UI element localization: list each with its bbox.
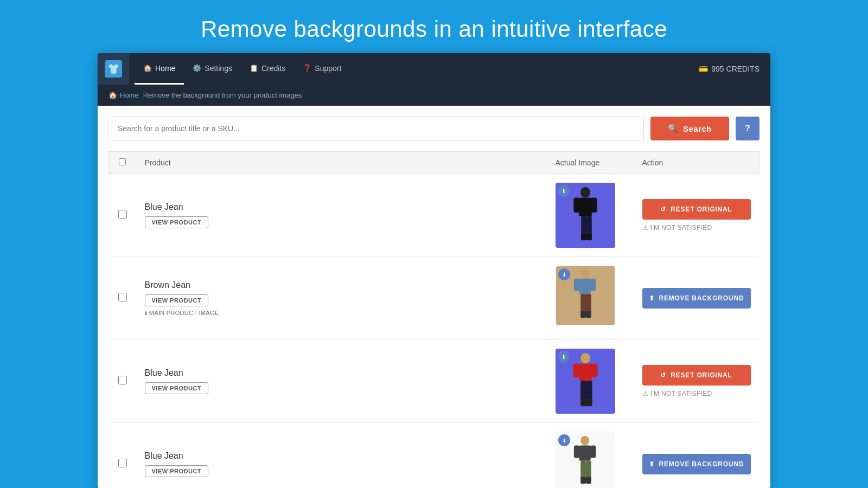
- breadcrumb-home-link[interactable]: 🏠 Home: [108, 91, 139, 99]
- breadcrumb-description: Remove the background from your product …: [143, 91, 302, 99]
- row-3-not-satisfied-button[interactable]: ⚠ I'M NOT SATISFIED: [642, 390, 712, 397]
- svg-rect-9: [579, 279, 591, 294]
- row-1-reset-button[interactable]: ↺ RESET ORIGINAL: [642, 199, 751, 220]
- row-4-image-wrapper: ⬇: [556, 432, 615, 488]
- row-1-view-product-button[interactable]: VIEW PRODUCT: [145, 216, 209, 228]
- row-3-action-cell: ↺ RESET ORIGINAL ⚠ I'M NOT SATISFIED: [634, 340, 760, 423]
- row-1-product-name: Blue Jean: [145, 202, 538, 212]
- credits-coin-icon: 💳: [699, 65, 708, 73]
- row-2-remove-bg-label: REMOVE BACKGROUND: [659, 294, 744, 302]
- row-2-remove-bg-button[interactable]: ⬆ REMOVE BACKGROUND: [642, 288, 751, 309]
- svg-point-16: [580, 353, 590, 364]
- credits-icon: 📋: [250, 64, 258, 72]
- svg-rect-17: [579, 364, 592, 381]
- svg-rect-22: [580, 399, 586, 406]
- row-1-warning-icon: ⚠: [642, 224, 648, 232]
- svg-rect-14: [581, 311, 586, 318]
- navbar-menu: 🏠 Home ⚙️ Settings 📋 Credits ❓ Support: [129, 53, 699, 85]
- svg-rect-19: [591, 364, 597, 378]
- row-2-image-normal: ⬇: [556, 266, 615, 325]
- search-input[interactable]: [108, 117, 644, 140]
- svg-rect-31: [586, 477, 591, 484]
- row-3-view-product-button[interactable]: VIEW PRODUCT: [145, 382, 209, 394]
- row-1-action-cell: ↺ RESET ORIGINAL ⚠ I'M NOT SATISFIED: [634, 174, 760, 257]
- row-2-checkbox[interactable]: [118, 293, 127, 301]
- table-header: Product Actual Image Action: [109, 152, 760, 174]
- product-table: Product Actual Image Action Blue Jean VI…: [108, 151, 760, 488]
- support-icon: ❓: [303, 64, 311, 72]
- svg-rect-30: [581, 477, 586, 484]
- row-3-image-bg-removed: ⬇: [556, 349, 615, 414]
- svg-rect-6: [581, 234, 586, 240]
- row-2-view-product-button[interactable]: VIEW PRODUCT: [145, 294, 209, 306]
- row-3-reset-button[interactable]: ↺ RESET ORIGINAL: [642, 365, 751, 386]
- row-3-checkbox[interactable]: [118, 376, 127, 384]
- row-2-action-cell: ⬆ REMOVE BACKGROUND: [634, 257, 760, 340]
- svg-rect-7: [586, 234, 591, 240]
- breadcrumb: 🏠 Home Remove the background from your p…: [98, 85, 770, 106]
- row-2-checkbox-cell: [109, 257, 136, 340]
- row-1-image-wrapper: ⬇: [556, 183, 615, 248]
- row-1-product-image-svg: [561, 186, 609, 245]
- row-4-product-cell: Blue Jean VIEW PRODUCT: [136, 423, 547, 489]
- row-1-not-satisfied-button[interactable]: ⚠ I'M NOT SATISFIED: [642, 224, 712, 232]
- nav-item-support[interactable]: ❓ Support: [294, 53, 350, 85]
- row-3-reset-label: RESET ORIGINAL: [671, 371, 732, 379]
- search-magnifier-icon: 🔍: [668, 124, 679, 133]
- row-4-image-cell: ⬇: [547, 423, 634, 489]
- row-4-checkbox[interactable]: [118, 459, 127, 467]
- row-4-image-normal: ⬇: [556, 432, 615, 488]
- settings-icon: ⚙️: [193, 64, 201, 72]
- row-4-action-cell: ⬆ REMOVE BACKGROUND: [634, 423, 760, 489]
- table-body: Blue Jean VIEW PRODUCT ⬇: [109, 174, 760, 489]
- search-button[interactable]: 🔍 Search: [650, 117, 729, 140]
- svg-rect-11: [590, 279, 596, 291]
- breadcrumb-home-label: Home: [120, 91, 139, 99]
- table-row: Blue Jean VIEW PRODUCT ⬇: [109, 423, 760, 489]
- row-1-image-cell: ⬇: [547, 174, 634, 257]
- svg-rect-27: [590, 446, 596, 458]
- row-1-checkbox[interactable]: [118, 210, 127, 219]
- help-icon: ?: [745, 124, 750, 133]
- table-header-product: Product: [136, 152, 547, 174]
- svg-rect-23: [586, 399, 592, 406]
- table-row: Blue Jean VIEW PRODUCT ⬇: [109, 174, 760, 257]
- select-all-checkbox[interactable]: [119, 158, 126, 165]
- row-2-image-cell: ⬇: [547, 257, 634, 340]
- row-2-product-name: Brown Jean: [145, 280, 538, 290]
- svg-rect-2: [573, 198, 580, 213]
- row-1-checkbox-cell: [109, 174, 136, 257]
- row-2-info-icon: ℹ: [145, 310, 147, 317]
- row-3-warning-icon: ⚠: [642, 390, 648, 397]
- nav-item-home[interactable]: 🏠 Home: [135, 53, 184, 85]
- svg-rect-15: [586, 311, 591, 318]
- row-4-remove-bg-button[interactable]: ⬆ REMOVE BACKGROUND: [642, 454, 751, 474]
- breadcrumb-home-icon: 🏠: [108, 91, 117, 99]
- nav-support-label: Support: [315, 64, 341, 73]
- table-row: Blue Jean VIEW PRODUCT ⬇: [109, 340, 760, 423]
- row-3-product-name: Blue Jean: [145, 368, 538, 378]
- row-3-not-satisfied-label: I'M NOT SATISFIED: [650, 390, 712, 397]
- nav-item-settings[interactable]: ⚙️ Settings: [184, 53, 241, 85]
- table-row: Brown Jean VIEW PRODUCT ℹ MAIN PRODUCT I…: [109, 257, 760, 340]
- page-title: Remove backgrounds in an intuitive inter…: [190, 0, 678, 53]
- svg-rect-1: [579, 198, 592, 216]
- row-1-download-badge: ⬇: [558, 185, 570, 197]
- row-3-image-cell: ⬇: [547, 340, 634, 423]
- row-1-not-satisfied-label: I'M NOT SATISFIED: [650, 224, 712, 232]
- row-1-reset-label: RESET ORIGINAL: [671, 206, 732, 213]
- navbar-credits: 💳 995 CREDITS: [699, 65, 770, 73]
- help-button[interactable]: ?: [736, 117, 760, 140]
- row-3-image-wrapper: ⬇: [556, 349, 615, 414]
- nav-item-credits[interactable]: 📋 Credits: [241, 53, 294, 85]
- nav-credits-label: Credits: [261, 64, 285, 73]
- row-4-view-product-button[interactable]: VIEW PRODUCT: [145, 465, 209, 477]
- table-header-image: Actual Image: [547, 152, 634, 174]
- svg-rect-13: [586, 294, 591, 314]
- row-2-main-product-badge: ℹ MAIN PRODUCT IMAGE: [145, 310, 538, 317]
- row-2-badge-label: MAIN PRODUCT IMAGE: [149, 310, 219, 316]
- row-1-product-cell: Blue Jean VIEW PRODUCT: [136, 174, 547, 257]
- row-3-product-cell: Blue Jean VIEW PRODUCT: [136, 340, 547, 423]
- svg-point-8: [581, 270, 589, 279]
- row-4-remove-bg-label: REMOVE BACKGROUND: [659, 460, 744, 468]
